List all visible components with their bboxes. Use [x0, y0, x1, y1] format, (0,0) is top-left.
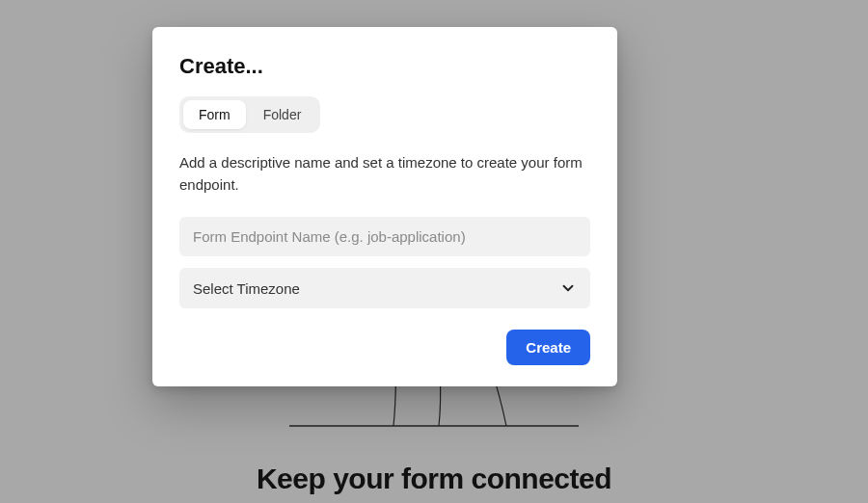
background-heading: Keep your form connected — [257, 463, 611, 495]
create-modal: Create... Form Folder Add a descriptive … — [152, 27, 617, 386]
modal-description: Add a descriptive name and set a timezon… — [179, 152, 590, 196]
timezone-select[interactable]: Select Timezone — [179, 268, 590, 308]
timezone-select-label: Select Timezone — [193, 280, 300, 297]
modal-title: Create... — [179, 54, 590, 79]
chevron-down-icon — [559, 279, 577, 297]
form-name-input[interactable] — [179, 217, 590, 256]
create-type-tabs: Form Folder — [179, 96, 320, 133]
create-button[interactable]: Create — [506, 330, 590, 365]
tab-form[interactable]: Form — [183, 100, 246, 129]
modal-actions: Create — [179, 330, 590, 365]
tab-folder[interactable]: Folder — [248, 100, 317, 129]
